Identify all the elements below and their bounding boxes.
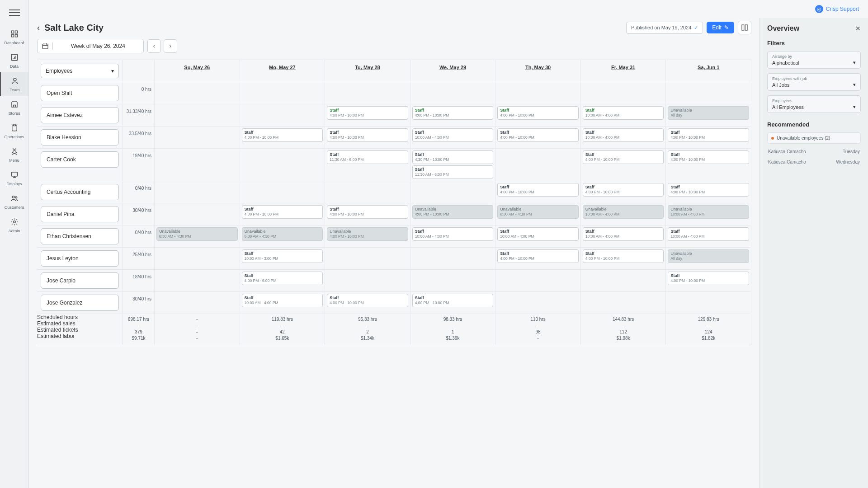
schedule-cell[interactable]: Staff10:00 AM - 4:00 PM xyxy=(666,225,751,248)
schedule-cell[interactable] xyxy=(155,127,240,149)
schedule-cell[interactable]: Staff4:00 PM - 10:00 PM xyxy=(666,270,751,292)
schedule-cell[interactable] xyxy=(155,270,240,292)
schedule-cell[interactable]: Staff4:00 PM - 10:00 PM xyxy=(240,127,326,149)
schedule-cell[interactable]: Staff4:00 PM - 9:00 PM xyxy=(240,270,326,292)
filter-select[interactable]: Arrange byAlphabetical▾ xyxy=(767,51,861,69)
schedule-cell[interactable]: Staff11:30 AM - 6:00 PM xyxy=(325,149,410,181)
nav-data[interactable]: Data xyxy=(0,49,28,72)
employee-pill[interactable]: Daniel Pina xyxy=(41,206,119,222)
employee-pill[interactable]: Certus Accounting xyxy=(41,184,119,200)
prev-week-button[interactable]: ‹ xyxy=(147,39,161,53)
schedule-cell[interactable] xyxy=(155,203,240,225)
schedule-cell[interactable]: Staff4:30 PM - 10:00 PMStaff11:30 AM - 6… xyxy=(410,149,496,181)
schedule-cell[interactable] xyxy=(240,149,326,181)
day-header[interactable]: Th, May 30 xyxy=(495,60,581,82)
nav-stores[interactable]: Stores xyxy=(0,96,28,119)
schedule-cell[interactable]: Unavailable8:30 AM - 4:30 PM xyxy=(240,225,326,248)
schedule-cell[interactable] xyxy=(410,270,496,292)
unavailable-block[interactable]: Unavailable4:00 PM - 10:00 PM xyxy=(412,205,494,219)
shift-block[interactable]: Staff4:00 PM - 10:00 PM xyxy=(412,106,494,120)
edit-button[interactable]: Edit ✎ xyxy=(707,22,734,33)
unavailable-block[interactable]: Unavailable10:00 AM - 4:00 PM xyxy=(583,205,664,219)
shift-block[interactable]: Staff10:00 AM - 4:00 PM xyxy=(497,227,579,241)
schedule-cell[interactable]: Staff10:00 AM - 4:00 PM xyxy=(581,104,666,127)
employee-pill[interactable]: Open Shift xyxy=(41,85,119,101)
day-header[interactable]: Mo, May 27 xyxy=(240,60,326,82)
schedule-cell[interactable] xyxy=(155,149,240,181)
shift-block[interactable]: Staff10:00 AM - 4:00 PM xyxy=(242,294,323,307)
hamburger-menu-icon[interactable] xyxy=(9,7,20,18)
schedule-cell[interactable] xyxy=(495,82,581,104)
schedule-cell[interactable] xyxy=(581,292,666,314)
shift-block[interactable]: Staff10:00 AM - 4:00 PM xyxy=(412,128,494,142)
next-week-button[interactable]: › xyxy=(164,39,177,53)
close-icon[interactable]: ✕ xyxy=(855,25,861,32)
schedule-cell[interactable] xyxy=(410,82,496,104)
shift-block[interactable]: Staff4:00 PM - 10:00 PM xyxy=(668,183,749,197)
employee-pill[interactable]: Jesus Leyton xyxy=(41,250,119,267)
recommended-row[interactable]: Katiusca CamachoTuesday xyxy=(767,147,861,156)
schedule-cell[interactable]: Staff4:00 PM - 10:00 PM xyxy=(325,292,410,314)
schedule-cell[interactable] xyxy=(495,292,581,314)
shift-block[interactable]: Staff11:30 AM - 6:00 PM xyxy=(327,150,408,164)
schedule-cell[interactable]: Staff10:00 AM - 3:00 PM xyxy=(240,248,326,270)
employee-pill[interactable]: Jose Carpio xyxy=(41,272,119,289)
schedule-cell[interactable]: Staff4:00 PM - 10:00 PM xyxy=(495,181,581,203)
shift-block[interactable]: Staff4:00 PM - 10:00 PM xyxy=(242,205,323,219)
schedule-cell[interactable]: Staff4:00 PM - 10:30 PM xyxy=(325,127,410,149)
nav-team[interactable]: Team xyxy=(0,72,28,96)
schedule-cell[interactable] xyxy=(155,104,240,127)
unavailable-block[interactable]: Unavailable10:00 AM - 4:00 PM xyxy=(668,205,749,219)
day-header[interactable]: Su, May 26 xyxy=(155,60,240,82)
schedule-cell[interactable] xyxy=(325,248,410,270)
shift-block[interactable]: Staff11:30 AM - 6:00 PM xyxy=(412,165,494,179)
schedule-cell[interactable]: Staff4:00 PM - 10:00 PM xyxy=(581,181,666,203)
schedule-cell[interactable]: Staff4:00 PM - 10:00 PM xyxy=(666,149,751,181)
schedule-cell[interactable]: Staff4:00 PM - 10:00 PM xyxy=(495,104,581,127)
schedule-cell[interactable] xyxy=(581,82,666,104)
schedule-cell[interactable]: Staff4:00 PM - 10:00 PM xyxy=(581,149,666,181)
filter-select[interactable]: EmployeesAll Employees▾ xyxy=(767,95,861,113)
schedule-cell[interactable] xyxy=(495,270,581,292)
schedule-cell[interactable] xyxy=(155,82,240,104)
support-badge[interactable]: ◎ Crisp Support xyxy=(815,5,859,13)
schedule-cell[interactable] xyxy=(325,82,410,104)
shift-block[interactable]: Staff4:00 PM - 10:00 PM xyxy=(242,128,323,142)
employee-pill[interactable]: Jose Gonzalez xyxy=(41,295,119,311)
schedule-cell[interactable]: Staff4:00 PM - 10:00 PM xyxy=(666,181,751,203)
schedule-cell[interactable]: Unavailable8:30 AM - 4:30 PM xyxy=(495,203,581,225)
schedule-cell[interactable]: Staff10:00 AM - 4:00 PM xyxy=(581,127,666,149)
schedule-cell[interactable]: Staff4:00 PM - 10:00 PM xyxy=(410,292,496,314)
nav-operations[interactable]: Operations xyxy=(0,119,28,143)
schedule-cell[interactable] xyxy=(666,82,751,104)
unavailable-block[interactable]: Unavailable8:30 AM - 4:30 PM xyxy=(497,205,579,219)
schedule-cell[interactable] xyxy=(155,292,240,314)
schedule-cell[interactable]: Staff10:00 AM - 4:00 PM xyxy=(410,127,496,149)
schedule-cell[interactable]: Unavailable4:00 PM - 10:00 PM xyxy=(325,225,410,248)
schedule-cell[interactable] xyxy=(240,104,326,127)
unavailable-block[interactable]: Unavailable4:00 PM - 10:00 PM xyxy=(327,227,408,241)
recommended-row[interactable]: Katiusca CamachoWednesday xyxy=(767,158,861,166)
shift-block[interactable]: Staff4:30 PM - 10:00 PM xyxy=(412,150,494,164)
schedule-cell[interactable] xyxy=(240,181,326,203)
shift-block[interactable]: Staff10:00 AM - 4:00 PM xyxy=(412,227,494,241)
unavailable-block[interactable]: UnavailableAll day xyxy=(668,106,749,120)
schedule-cell[interactable] xyxy=(495,149,581,181)
schedule-cell[interactable]: Staff4:00 PM - 10:00 PM xyxy=(581,248,666,270)
shift-block[interactable]: Staff10:00 AM - 4:00 PM xyxy=(583,227,664,241)
shift-block[interactable]: Staff10:00 AM - 3:00 PM xyxy=(242,249,323,263)
schedule-cell[interactable]: Staff4:00 PM - 10:00 PM xyxy=(495,127,581,149)
day-header[interactable]: Tu, May 28 xyxy=(325,60,410,82)
schedule-cell[interactable]: Staff10:00 AM - 4:00 PM xyxy=(581,225,666,248)
schedule-cell[interactable] xyxy=(581,270,666,292)
shift-block[interactable]: Staff4:00 PM - 10:00 PM xyxy=(497,183,579,197)
shift-block[interactable]: Staff4:00 PM - 10:00 PM xyxy=(327,106,408,120)
schedule-cell[interactable] xyxy=(325,270,410,292)
filter-select[interactable]: Employees with jobAll Jobs▾ xyxy=(767,73,861,91)
nav-menu[interactable]: Menu xyxy=(0,143,28,166)
shift-block[interactable]: Staff4:00 PM - 10:00 PM xyxy=(497,106,579,120)
shift-block[interactable]: Staff4:00 PM - 10:00 PM xyxy=(583,249,664,263)
schedule-cell[interactable]: Unavailable4:00 PM - 10:00 PM xyxy=(410,203,496,225)
view-select[interactable]: Employees▾ xyxy=(41,64,119,78)
recommended-summary[interactable]: Unavailable employees (2) xyxy=(767,132,861,144)
